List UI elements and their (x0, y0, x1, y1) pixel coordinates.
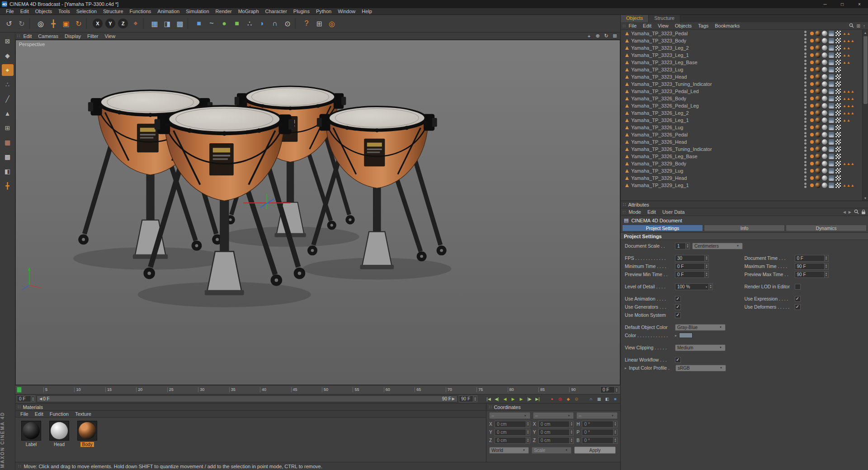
materials-menu-item[interactable]: Edit (32, 411, 47, 417)
layer-color-icon[interactable] (810, 183, 814, 187)
tab-project-settings[interactable]: Project Settings (622, 225, 703, 231)
layer-color-icon[interactable] (810, 32, 814, 35)
size-mode-header-select[interactable]: –▼ (533, 412, 574, 419)
objects-menu-item[interactable]: Bookmarks (712, 23, 743, 28)
use-motion-system-checkbox[interactable]: ✓ (675, 312, 681, 318)
phong-tag-icon[interactable] (829, 161, 834, 166)
texture-tag-icon[interactable] (822, 161, 827, 166)
phong-tag-icon[interactable] (829, 96, 834, 101)
content-browser-icon[interactable]: ◎ (326, 17, 338, 30)
object-tree-row[interactable]: Yamaha_TP_3326_Lug (621, 124, 862, 131)
uvw-tag-icon[interactable] (835, 67, 841, 72)
viewport-scene[interactable] (16, 40, 620, 385)
selection-tag-icons[interactable]: ▲▲▲ (843, 111, 862, 115)
object-tree-row[interactable]: Yamaha_TP_3329_Body ▲▲▲ (621, 160, 862, 167)
profile-expand-icon[interactable]: ▸ (625, 366, 627, 370)
layer-color-icon[interactable] (810, 147, 814, 151)
autokey-scope-button[interactable]: ■ (612, 395, 619, 402)
layer-color-icon[interactable] (810, 39, 814, 42)
polygons-mode-icon[interactable]: ▲ (2, 108, 14, 119)
menubar-item[interactable]: Character (262, 9, 290, 14)
current-frame-field[interactable]: 0 F ▴▾ (600, 386, 619, 393)
snap-icon[interactable]: ∩ (269, 17, 281, 30)
object-tree-row[interactable]: Yamaha_TP_3329_Head (621, 174, 862, 182)
help-icon[interactable]: ? (300, 17, 313, 30)
menubar-item[interactable]: Edit (17, 9, 32, 14)
view-clipping-select[interactable]: Medium▼ (675, 344, 726, 351)
search-icon[interactable] (854, 209, 859, 215)
materials-menu-item[interactable]: Texture (72, 411, 94, 417)
uvw-tag-icon[interactable] (835, 74, 841, 80)
visibility-dots[interactable] (803, 74, 807, 80)
render-region-icon[interactable]: ◨ (161, 17, 174, 30)
layer-color-icon[interactable] (810, 126, 814, 129)
menubar-item[interactable]: Selection (73, 9, 100, 14)
separator[interactable] (295, 18, 299, 29)
texture-tag-icon[interactable] (822, 67, 827, 72)
selection-tag-icons[interactable]: ▲▲▲ (843, 183, 862, 188)
object-tree-row[interactable]: Yamaha_TP_3323_Pedal_Led ▲▲▲ (621, 88, 862, 95)
visibility-dots[interactable] (803, 161, 807, 166)
linear-workflow-checkbox[interactable]: ✓ (675, 357, 681, 363)
object-tree-row[interactable]: Yamaha_TP_3326_Leg_1 ▲▲ (621, 117, 862, 124)
visibility-dots[interactable] (803, 67, 807, 72)
move-tool-icon[interactable]: ╋ (47, 17, 60, 30)
material-name[interactable]: Label (24, 442, 38, 447)
menubar-item[interactable]: Python (313, 9, 335, 14)
layer-color-icon[interactable] (810, 82, 814, 86)
uvw-tag-icon[interactable] (835, 110, 841, 116)
object-name[interactable]: Yamaha_TP_3323_Leg_1 (631, 52, 689, 58)
axis-mode-icon[interactable]: ⌖ (2, 64, 14, 76)
visibility-dots[interactable] (803, 175, 807, 181)
apply-button[interactable]: Apply (574, 446, 616, 454)
texture-tag-icon[interactable] (822, 74, 827, 80)
selection-tag-icons[interactable]: ▲▲ (843, 53, 862, 57)
play-button[interactable]: ▶ (509, 395, 517, 402)
texture-tag-icon[interactable] (822, 45, 827, 51)
texture-tag-icon[interactable] (822, 103, 827, 108)
object-tree-row[interactable]: Yamaha_TP_3329_Lug (621, 167, 862, 174)
minimize-button[interactable]: ─ (816, 0, 834, 8)
object-tree-row[interactable]: Yamaha_TP_3323_Leg_Base ▲▲ (621, 59, 862, 66)
object-name[interactable]: Yamaha_TP_3323_Pedal (631, 31, 688, 36)
texture-tag-icon[interactable] (822, 110, 827, 116)
material-tag-icon[interactable] (815, 38, 821, 43)
uvw-tag-icon[interactable] (835, 96, 841, 101)
texture-tag-icon[interactable] (822, 139, 827, 145)
menubar-item[interactable]: Render (212, 9, 235, 14)
material-tag-icon[interactable] (815, 60, 821, 65)
range-left-handle-icon[interactable]: ◀ (38, 397, 43, 401)
object-name[interactable]: Yamaha_TP_3326_Head (631, 139, 687, 145)
material-tag-icon[interactable] (815, 74, 821, 80)
object-name[interactable]: Yamaha_TP_3326_Body (631, 96, 686, 101)
layer-color-icon[interactable] (810, 75, 814, 79)
objects-menu-item[interactable]: Objects (672, 23, 695, 28)
uvw-tag-icon[interactable] (835, 146, 841, 152)
layer-button[interactable]: ◧ (604, 395, 611, 402)
material-tag-icon[interactable] (815, 110, 821, 116)
visibility-dots[interactable] (803, 110, 807, 116)
xpresso-icon[interactable]: ⊞ (313, 17, 326, 30)
objects-menu-item[interactable]: Edit (640, 23, 655, 28)
selection-tag-icons[interactable]: ▲▲▲ (843, 97, 862, 101)
tab-structure[interactable]: Structure (649, 15, 680, 22)
current-frame-marker[interactable] (17, 387, 22, 393)
phong-tag-icon[interactable] (829, 118, 834, 123)
position-z-field[interactable]: 0 cm▴▾ (495, 437, 530, 444)
object-tree-row[interactable]: Yamaha_TP_3326_Pedal_Leg ▲▲▲ (621, 102, 862, 109)
menubar-item[interactable]: Plugins (290, 9, 313, 14)
rotate-tool-icon[interactable]: ↻ (72, 17, 85, 30)
materials-menu-item[interactable]: Function (47, 411, 72, 417)
phong-tag-icon[interactable] (829, 154, 834, 159)
preview-min-time-field[interactable]: 0 F▴▾ (675, 271, 709, 278)
uvw-tag-icon[interactable] (835, 89, 841, 94)
material-tag-icon[interactable] (815, 96, 821, 101)
previous-key-button[interactable]: ◀| (493, 395, 500, 402)
visibility-dots[interactable] (803, 31, 807, 36)
toggle-views-icon[interactable]: ⊞ (611, 33, 618, 39)
scroll-top-icon[interactable]: ↑ (863, 24, 865, 28)
material-tag-icon[interactable] (815, 146, 821, 152)
menubar-item[interactable]: Objects (32, 9, 55, 14)
object-name[interactable]: Yamaha_TP_3326_Tuning_Indicator (631, 146, 712, 152)
uvw-tag-icon[interactable] (835, 154, 841, 159)
